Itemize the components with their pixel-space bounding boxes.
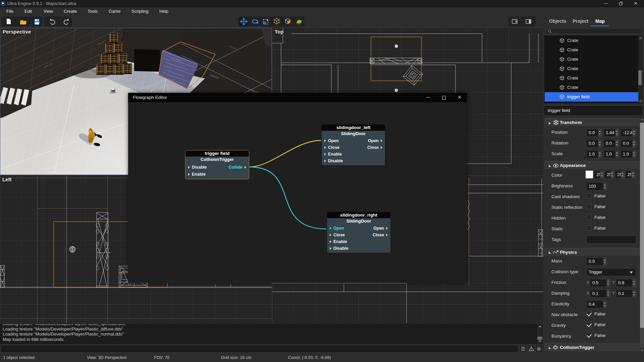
svg-text:Perspective: Perspective [3, 29, 31, 35]
